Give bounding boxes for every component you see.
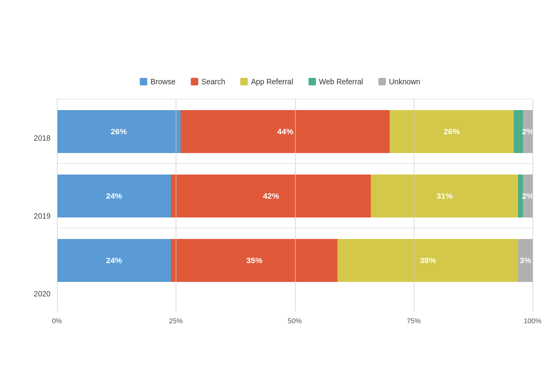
segment-2018-1: 44% <box>181 110 390 153</box>
x-label-25%: 25% <box>169 317 183 325</box>
stacked-bar-2019: 24%42%31%2% <box>57 175 533 217</box>
segment-2019-4: 2% <box>523 175 533 217</box>
x-label-75%: 75% <box>407 317 421 325</box>
legend-label-browse: Browse <box>150 77 176 86</box>
segment-2019-1: 42% <box>171 175 371 217</box>
bar-row-2018: 26%44%26%2% <box>57 99 533 163</box>
stacked-bar-2018: 26%44%26%2% <box>57 110 533 153</box>
y-label-2019: 2019 <box>27 212 57 220</box>
y-label-2020: 2020 <box>27 290 57 297</box>
segment-2020-0: 24% <box>57 239 171 282</box>
segment-2020-4: 3% <box>518 239 533 282</box>
legend-item-app_referral: App Referral <box>240 77 293 86</box>
legend-label-app_referral: App Referral <box>251 77 293 86</box>
segment-2018-2: 26% <box>390 110 513 153</box>
x-label-0%: 0% <box>52 317 62 325</box>
legend-color-search <box>191 78 198 85</box>
legend-item-web_referral: Web Referral <box>308 77 363 86</box>
stacked-bar-2020: 24%35%38%3% <box>57 239 533 282</box>
y-axis: 201820192020 <box>27 99 57 333</box>
bar-row-2019: 24%42%31%2% <box>57 163 533 228</box>
segment-2018-0: 26% <box>57 110 181 153</box>
legend-color-browse <box>140 78 147 85</box>
segment-2019-0: 24% <box>57 175 171 217</box>
bars-area: 26%44%26%2%24%42%31%2%24%35%38%3% 0%25%5… <box>57 99 533 333</box>
legend-color-app_referral <box>240 78 248 85</box>
segment-2020-1: 35% <box>171 239 338 282</box>
legend-item-search: Search <box>191 77 225 86</box>
y-label-2018: 2018 <box>27 134 57 142</box>
segment-2020-2: 38% <box>338 239 518 282</box>
chart-body: 201820192020 26%44%26%2%24%42%31%2%24%35… <box>27 99 533 333</box>
legend-label-web_referral: Web Referral <box>319 77 363 86</box>
x-axis: 0%25%50%75%100% <box>57 314 533 333</box>
bars-wrapper: 26%44%26%2%24%42%31%2%24%35%38%3% <box>57 99 533 311</box>
segment-2018-4: 2% <box>523 110 533 153</box>
legend-color-web_referral <box>308 78 316 85</box>
legend-item-unknown: Unknown <box>378 77 420 86</box>
x-label-50%: 50% <box>288 317 301 325</box>
legend-label-search: Search <box>202 77 225 86</box>
x-label-100%: 100% <box>523 317 541 325</box>
legend-item-browse: Browse <box>140 77 176 86</box>
legend: Browse Search App Referral Web Referral … <box>27 77 533 86</box>
legend-label-unknown: Unknown <box>389 77 420 86</box>
bar-row-2020: 24%35%38%3% <box>57 228 533 292</box>
segment-2019-2: 31% <box>371 175 518 217</box>
legend-color-unknown <box>378 78 386 85</box>
chart-container: Browse Search App Referral Web Referral … <box>17 48 543 344</box>
